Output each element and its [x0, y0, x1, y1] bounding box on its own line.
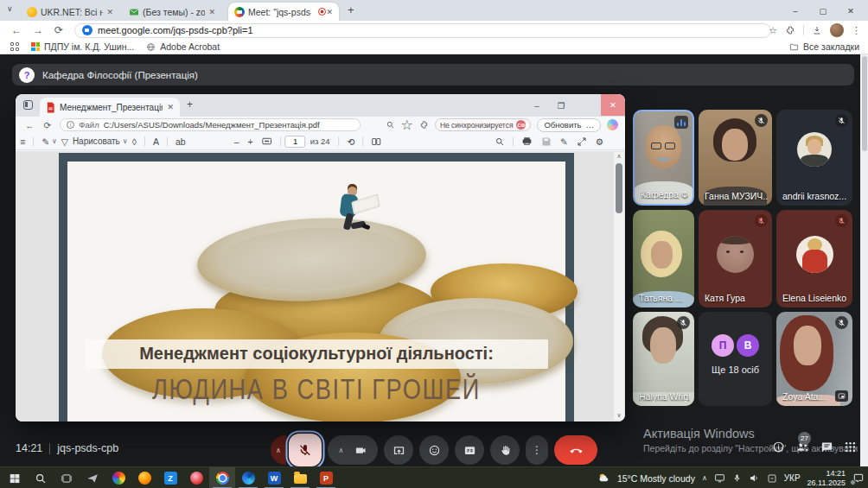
all-bookmarks-button[interactable]: Все закладки [789, 41, 859, 52]
back-icon[interactable]: ← [11, 24, 22, 36]
forward-icon[interactable]: → [33, 24, 43, 36]
restore-button[interactable]: ❐ [549, 101, 573, 111]
reload-icon[interactable]: ⟳ [54, 24, 63, 36]
participant-tile-elena[interactable]: Elena Liseienko [776, 210, 852, 307]
tab-close-icon[interactable]: ✕ [326, 8, 333, 16]
fullscreen-icon[interactable] [577, 136, 587, 147]
fit-width-icon[interactable] [262, 136, 273, 147]
apps-grid-icon[interactable] [10, 42, 19, 51]
search-icon[interactable] [28, 467, 54, 488]
highlight-icon[interactable]: ab [176, 136, 186, 147]
picture-in-picture-icon[interactable] [835, 390, 848, 402]
edit-icon[interactable]: ✎ [560, 136, 568, 147]
read-aloud-icon[interactable]: A [153, 136, 159, 147]
powerpoint-taskbar-icon[interactable]: P [313, 467, 339, 488]
end-call-button[interactable] [554, 435, 597, 465]
camera-options-chevron[interactable]: ∧ [338, 447, 343, 454]
scroll-down-icon[interactable]: ∨ [616, 411, 621, 420]
mic-options-chevron[interactable]: ∧ [271, 435, 286, 465]
camera-toggle-button[interactable]: ∧ [328, 435, 378, 465]
activities-icon[interactable] [844, 440, 857, 453]
browser-menu-icon[interactable]: ⋮ [852, 25, 861, 36]
present-button[interactable] [384, 435, 413, 465]
captions-button[interactable] [455, 435, 484, 465]
scrollbar-thumb[interactable] [862, 56, 867, 151]
weather-label[interactable]: 15°C Mostly cloudy [617, 473, 695, 484]
page-number-input[interactable] [285, 136, 306, 148]
draw-dropdown-chevron[interactable]: ∨ [123, 137, 128, 145]
tab-close-icon[interactable]: ✕ [208, 8, 215, 16]
language-indicator[interactable]: УКР [784, 473, 801, 483]
tab-search-icon[interactable]: ∨ [7, 4, 13, 13]
new-tab-button[interactable]: + [348, 3, 354, 16]
participant-tile-ganna[interactable]: Ганна МУЗИЧ... [699, 110, 772, 206]
contents-icon[interactable]: ≡ [20, 136, 25, 147]
tab-close-icon[interactable]: ✕ [106, 8, 113, 16]
favorites-star-icon[interactable]: ☆ [401, 117, 413, 133]
edge-taskbar-icon[interactable] [235, 467, 261, 488]
zoom-in-icon[interactable]: + [248, 136, 253, 147]
close-button[interactable]: ✕ [601, 94, 625, 116]
raise-hand-button[interactable] [490, 435, 520, 465]
browser-tab-mail[interactable]: (Без темы) - zoya209@ukr.net ✕ [123, 3, 221, 21]
reload-icon[interactable]: ⟳ [44, 120, 52, 130]
clock[interactable]: 14:21 26.11.2025 [807, 469, 846, 488]
zona-app-icon[interactable]: Z [157, 467, 183, 488]
profile-avatar[interactable] [830, 23, 844, 37]
action-center-icon[interactable] [852, 472, 865, 485]
participant-tile-zoya[interactable]: Zoya Ata... [776, 312, 852, 406]
meeting-details-icon[interactable] [772, 440, 785, 453]
weather-icon[interactable] [597, 472, 610, 485]
scroll-up-icon[interactable]: ∧ [616, 152, 621, 161]
search-document-icon[interactable] [495, 136, 505, 147]
network-icon[interactable] [714, 472, 725, 484]
draw-label[interactable]: Нарисовать [73, 136, 120, 146]
participant-tile-andrii[interactable]: andrii krasnoz... [776, 110, 852, 206]
new-tab-button[interactable]: + [187, 98, 193, 111]
participant-tile-katya[interactable]: Катя Гура [699, 210, 772, 307]
zoom-out-icon[interactable]: – [234, 136, 239, 147]
maximize-button[interactable]: ▢ [809, 0, 837, 21]
settings-icon[interactable]: ⚙ [596, 136, 603, 147]
app-icon-red[interactable] [183, 467, 209, 488]
pen-dropdown-chevron[interactable]: ∨ [52, 137, 57, 145]
search-icon[interactable] [386, 120, 395, 130]
back-icon[interactable]: ← [25, 120, 35, 130]
participant-tile-kafedra[interactable]: Кафедра Філо... [633, 110, 694, 206]
pdf-document-tab[interactable]: Менеджмент_Презентація.pdf ✕ [40, 98, 180, 117]
tab-actions-icon[interactable] [23, 100, 33, 110]
bookmark-star-icon[interactable]: ☆ [769, 25, 777, 36]
eraser-icon[interactable]: ◊ [132, 136, 137, 147]
chrome-taskbar-icon[interactable] [209, 467, 235, 488]
more-participants-tile[interactable]: П В Ще 18 осіб [699, 312, 772, 406]
pdf-scrollbar[interactable]: ∧ ∨ [614, 152, 624, 420]
copilot-icon[interactable] [607, 119, 618, 130]
pdf-viewer-window[interactable]: Менеджмент_Презентація.pdf ✕ + – ❐ ✕ ← ⟳… [16, 94, 625, 421]
bookmark-adobe-acrobat[interactable]: Adobe Acrobat [146, 41, 220, 52]
sync-status-button[interactable]: Не синхронизируется СФ [435, 118, 532, 131]
extensions-icon[interactable] [785, 25, 795, 35]
draw-shape-icon[interactable]: ▽ [61, 136, 68, 147]
pen-icon[interactable]: ✎ [41, 136, 49, 147]
page-scrollbar[interactable] [860, 54, 868, 466]
info-icon[interactable]: i [67, 121, 74, 129]
browser-tab-meet[interactable]: Meet: "jqs-psds-cpb" ✕ [228, 3, 339, 21]
firefox-icon[interactable] [131, 467, 157, 488]
volume-icon[interactable] [749, 472, 760, 484]
downloads-icon[interactable] [812, 25, 822, 35]
task-view-icon[interactable] [54, 467, 80, 488]
scrollbar-thumb[interactable] [616, 163, 622, 213]
extensions-icon[interactable] [419, 120, 429, 130]
browser-tab-ukrnet[interactable]: UKR.NET: Всі новини України ✕ [21, 3, 119, 21]
minimize-button[interactable]: – [782, 0, 809, 21]
url-field[interactable]: meet.google.com/jqs-psds-cpb?pli=1 [74, 23, 771, 38]
save-icon[interactable] [541, 136, 552, 147]
onedrive-icon[interactable] [767, 473, 777, 484]
participant-tile-tatyana[interactable]: Татьяна ... [633, 210, 694, 307]
more-options-button[interactable]: ⋮ [526, 435, 548, 465]
participants-panel-icon[interactable]: 27 [795, 440, 810, 454]
word-taskbar-icon[interactable]: W [261, 467, 287, 488]
photos-app-icon[interactable] [105, 467, 131, 488]
chat-panel-icon[interactable] [820, 440, 833, 453]
file-explorer-icon[interactable] [287, 467, 313, 488]
